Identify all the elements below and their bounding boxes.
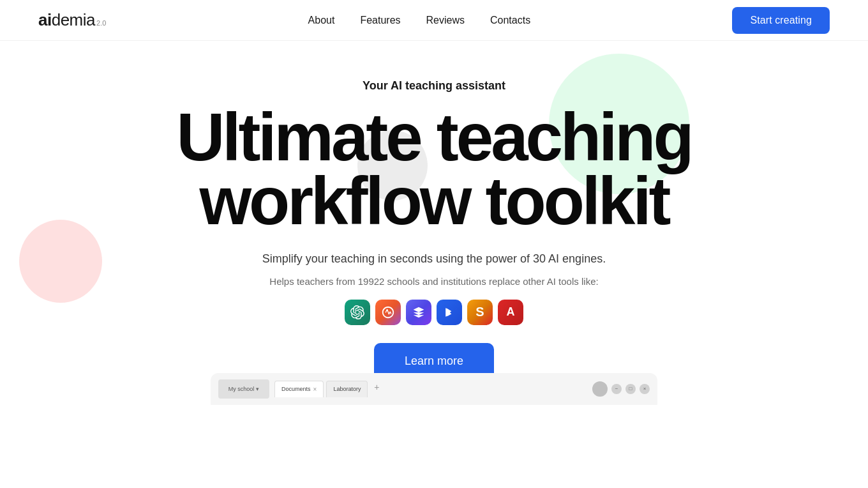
tool-icon-claude: [406, 300, 431, 325]
hero-subtitle: Your AI teaching assistant: [363, 79, 505, 93]
tool-icon-bing: [437, 300, 462, 325]
start-creating-button[interactable]: Start creating: [732, 7, 830, 34]
app-preview-strip: My school ▾ Documents × Laboratory + − □…: [211, 373, 657, 405]
preview-close-button[interactable]: ×: [640, 384, 650, 394]
add-tab-button[interactable]: +: [370, 381, 383, 393]
hero-title-line2: workflow toolkit: [199, 164, 668, 238]
hero-title: Ultimate teaching workflow toolkit: [176, 105, 691, 233]
nav-features[interactable]: Features: [360, 15, 400, 26]
nav-about[interactable]: About: [308, 15, 335, 26]
preview-maximize-button[interactable]: □: [625, 384, 636, 394]
nav-links: About Features Reviews Contacts: [308, 15, 531, 26]
preview-tab-laboratory[interactable]: Laboratory: [326, 381, 368, 397]
decorative-circle-pink: [19, 220, 102, 303]
logo-version: 2.0: [96, 19, 106, 27]
preview-window-controls: − □ ×: [592, 381, 650, 397]
preview-tab-documents[interactable]: Documents ×: [274, 381, 324, 397]
logo-ai: ai: [38, 10, 52, 30]
preview-minimize-button[interactable]: −: [611, 384, 622, 394]
preview-tabs: Documents × Laboratory +: [274, 381, 587, 397]
preview-sidebar-label: My school ▾: [218, 379, 269, 399]
hero-helper-text: Helps teachers from 19922 schools and in…: [269, 276, 598, 287]
nav-reviews[interactable]: Reviews: [426, 15, 465, 26]
tool-icon-adobe: A: [498, 300, 523, 325]
hero-section: Your AI teaching assistant Ultimate teac…: [0, 41, 868, 405]
tool-icon-slides: S: [467, 300, 493, 325]
tool-icon-arc: [375, 300, 401, 325]
logo[interactable]: aidemia2.0: [38, 10, 106, 30]
preview-avatar: [592, 381, 608, 397]
logo-demia: demia: [52, 10, 95, 30]
tool-icons-row: S A: [345, 300, 523, 325]
hero-description: Simplify your teaching in seconds using …: [262, 252, 606, 266]
navbar: aidemia2.0 About Features Reviews Contac…: [0, 0, 868, 41]
tool-icon-chatgpt: [345, 300, 370, 325]
nav-contacts[interactable]: Contacts: [490, 15, 530, 26]
